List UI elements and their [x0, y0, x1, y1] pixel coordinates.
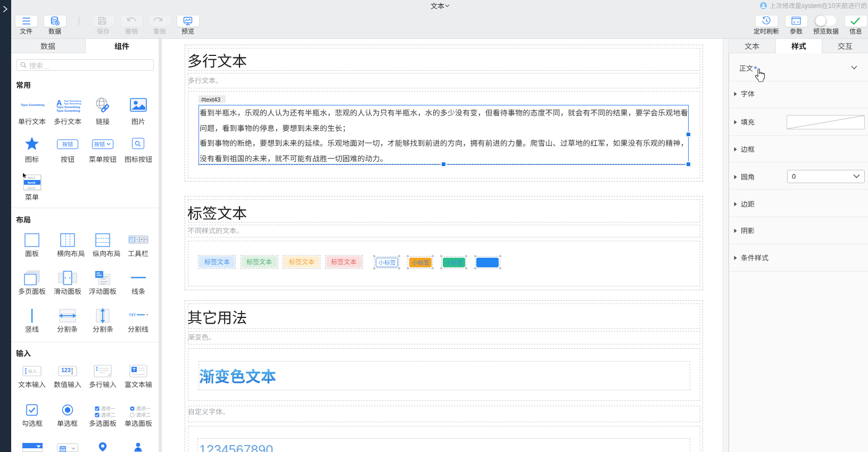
svg-text:10: 10 — [828, 2, 836, 10]
svg-text:=: = — [797, 19, 799, 24]
svg-text:system: system — [801, 2, 822, 10]
svg-text:布局: 布局 — [106, 250, 120, 258]
svg-text:x: x — [793, 19, 796, 24]
svg-text:布局: 布局 — [70, 250, 85, 258]
